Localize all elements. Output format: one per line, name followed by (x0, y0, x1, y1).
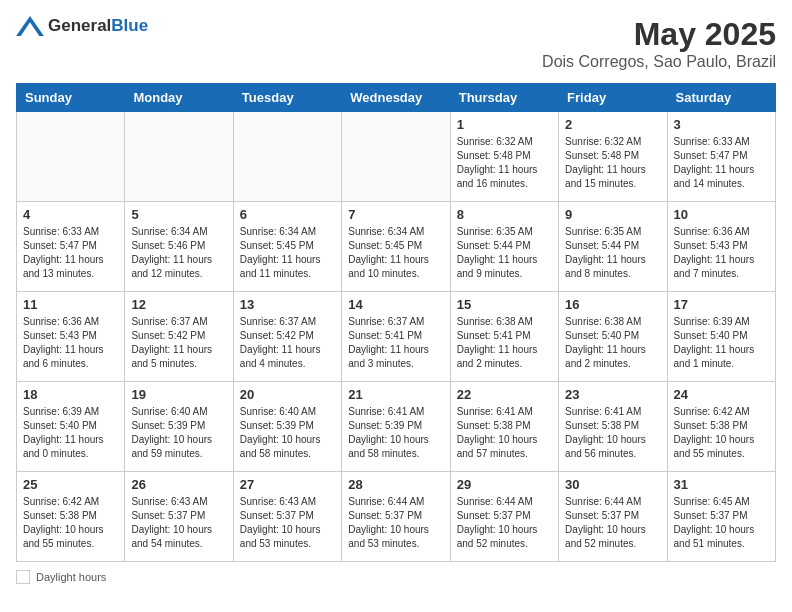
day-cell-11: 11Sunrise: 6:36 AMSunset: 5:43 PMDayligh… (17, 292, 125, 382)
day-info: Sunrise: 6:37 AMSunset: 5:42 PMDaylight:… (131, 315, 226, 371)
day-cell-10: 10Sunrise: 6:36 AMSunset: 5:43 PMDayligh… (667, 202, 775, 292)
day-cell-26: 26Sunrise: 6:43 AMSunset: 5:37 PMDayligh… (125, 472, 233, 562)
day-cell-9: 9Sunrise: 6:35 AMSunset: 5:44 PMDaylight… (559, 202, 667, 292)
day-cell-25: 25Sunrise: 6:42 AMSunset: 5:38 PMDayligh… (17, 472, 125, 562)
col-header-sunday: Sunday (17, 84, 125, 112)
day-info: Sunrise: 6:36 AMSunset: 5:43 PMDaylight:… (674, 225, 769, 281)
day-number: 15 (457, 297, 552, 312)
day-number: 20 (240, 387, 335, 402)
day-cell-12: 12Sunrise: 6:37 AMSunset: 5:42 PMDayligh… (125, 292, 233, 382)
day-number: 4 (23, 207, 118, 222)
day-cell-2: 2Sunrise: 6:32 AMSunset: 5:48 PMDaylight… (559, 112, 667, 202)
day-cell-23: 23Sunrise: 6:41 AMSunset: 5:38 PMDayligh… (559, 382, 667, 472)
day-number: 26 (131, 477, 226, 492)
day-cell-5: 5Sunrise: 6:34 AMSunset: 5:46 PMDaylight… (125, 202, 233, 292)
day-info: Sunrise: 6:37 AMSunset: 5:42 PMDaylight:… (240, 315, 335, 371)
logo-icon (16, 16, 44, 36)
day-number: 9 (565, 207, 660, 222)
day-number: 13 (240, 297, 335, 312)
day-cell-8: 8Sunrise: 6:35 AMSunset: 5:44 PMDaylight… (450, 202, 558, 292)
day-number: 6 (240, 207, 335, 222)
day-number: 22 (457, 387, 552, 402)
day-cell-29: 29Sunrise: 6:44 AMSunset: 5:37 PMDayligh… (450, 472, 558, 562)
day-cell-22: 22Sunrise: 6:41 AMSunset: 5:38 PMDayligh… (450, 382, 558, 472)
logo: GeneralBlue (16, 16, 148, 36)
day-cell-28: 28Sunrise: 6:44 AMSunset: 5:37 PMDayligh… (342, 472, 450, 562)
day-cell-16: 16Sunrise: 6:38 AMSunset: 5:40 PMDayligh… (559, 292, 667, 382)
main-title: May 2025 (542, 16, 776, 53)
day-number: 23 (565, 387, 660, 402)
day-info: Sunrise: 6:44 AMSunset: 5:37 PMDaylight:… (457, 495, 552, 551)
footer-box (16, 570, 30, 584)
empty-cell (125, 112, 233, 202)
day-info: Sunrise: 6:45 AMSunset: 5:37 PMDaylight:… (674, 495, 769, 551)
day-info: Sunrise: 6:33 AMSunset: 5:47 PMDaylight:… (23, 225, 118, 281)
day-number: 8 (457, 207, 552, 222)
empty-cell (233, 112, 341, 202)
day-info: Sunrise: 6:34 AMSunset: 5:45 PMDaylight:… (348, 225, 443, 281)
day-number: 5 (131, 207, 226, 222)
day-number: 25 (23, 477, 118, 492)
day-cell-4: 4Sunrise: 6:33 AMSunset: 5:47 PMDaylight… (17, 202, 125, 292)
day-info: Sunrise: 6:37 AMSunset: 5:41 PMDaylight:… (348, 315, 443, 371)
day-cell-1: 1Sunrise: 6:32 AMSunset: 5:48 PMDaylight… (450, 112, 558, 202)
col-header-wednesday: Wednesday (342, 84, 450, 112)
day-info: Sunrise: 6:39 AMSunset: 5:40 PMDaylight:… (23, 405, 118, 461)
day-number: 14 (348, 297, 443, 312)
day-info: Sunrise: 6:40 AMSunset: 5:39 PMDaylight:… (131, 405, 226, 461)
week-row-1: 1Sunrise: 6:32 AMSunset: 5:48 PMDaylight… (17, 112, 776, 202)
day-info: Sunrise: 6:34 AMSunset: 5:45 PMDaylight:… (240, 225, 335, 281)
title-block: May 2025 Dois Corregos, Sao Paulo, Brazi… (542, 16, 776, 71)
day-info: Sunrise: 6:40 AMSunset: 5:39 PMDaylight:… (240, 405, 335, 461)
day-info: Sunrise: 6:35 AMSunset: 5:44 PMDaylight:… (457, 225, 552, 281)
col-header-thursday: Thursday (450, 84, 558, 112)
calendar-table: SundayMondayTuesdayWednesdayThursdayFrid… (16, 83, 776, 562)
day-number: 3 (674, 117, 769, 132)
day-cell-18: 18Sunrise: 6:39 AMSunset: 5:40 PMDayligh… (17, 382, 125, 472)
day-info: Sunrise: 6:42 AMSunset: 5:38 PMDaylight:… (674, 405, 769, 461)
day-number: 31 (674, 477, 769, 492)
day-cell-20: 20Sunrise: 6:40 AMSunset: 5:39 PMDayligh… (233, 382, 341, 472)
day-cell-21: 21Sunrise: 6:41 AMSunset: 5:39 PMDayligh… (342, 382, 450, 472)
day-cell-3: 3Sunrise: 6:33 AMSunset: 5:47 PMDaylight… (667, 112, 775, 202)
week-row-4: 18Sunrise: 6:39 AMSunset: 5:40 PMDayligh… (17, 382, 776, 472)
day-cell-24: 24Sunrise: 6:42 AMSunset: 5:38 PMDayligh… (667, 382, 775, 472)
footer-label: Daylight hours (36, 571, 106, 583)
day-number: 21 (348, 387, 443, 402)
day-cell-6: 6Sunrise: 6:34 AMSunset: 5:45 PMDaylight… (233, 202, 341, 292)
day-number: 30 (565, 477, 660, 492)
day-number: 2 (565, 117, 660, 132)
day-number: 11 (23, 297, 118, 312)
day-info: Sunrise: 6:32 AMSunset: 5:48 PMDaylight:… (457, 135, 552, 191)
day-info: Sunrise: 6:43 AMSunset: 5:37 PMDaylight:… (131, 495, 226, 551)
day-number: 7 (348, 207, 443, 222)
day-info: Sunrise: 6:34 AMSunset: 5:46 PMDaylight:… (131, 225, 226, 281)
week-row-3: 11Sunrise: 6:36 AMSunset: 5:43 PMDayligh… (17, 292, 776, 382)
day-cell-7: 7Sunrise: 6:34 AMSunset: 5:45 PMDaylight… (342, 202, 450, 292)
day-info: Sunrise: 6:38 AMSunset: 5:40 PMDaylight:… (565, 315, 660, 371)
day-cell-13: 13Sunrise: 6:37 AMSunset: 5:42 PMDayligh… (233, 292, 341, 382)
col-header-friday: Friday (559, 84, 667, 112)
day-info: Sunrise: 6:33 AMSunset: 5:47 PMDaylight:… (674, 135, 769, 191)
calendar-header-row: SundayMondayTuesdayWednesdayThursdayFrid… (17, 84, 776, 112)
week-row-5: 25Sunrise: 6:42 AMSunset: 5:38 PMDayligh… (17, 472, 776, 562)
empty-cell (342, 112, 450, 202)
logo-general: General (48, 16, 111, 35)
day-cell-27: 27Sunrise: 6:43 AMSunset: 5:37 PMDayligh… (233, 472, 341, 562)
day-number: 19 (131, 387, 226, 402)
day-number: 17 (674, 297, 769, 312)
day-info: Sunrise: 6:39 AMSunset: 5:40 PMDaylight:… (674, 315, 769, 371)
day-number: 16 (565, 297, 660, 312)
day-number: 28 (348, 477, 443, 492)
day-info: Sunrise: 6:36 AMSunset: 5:43 PMDaylight:… (23, 315, 118, 371)
day-info: Sunrise: 6:42 AMSunset: 5:38 PMDaylight:… (23, 495, 118, 551)
day-info: Sunrise: 6:44 AMSunset: 5:37 PMDaylight:… (348, 495, 443, 551)
day-cell-19: 19Sunrise: 6:40 AMSunset: 5:39 PMDayligh… (125, 382, 233, 472)
day-number: 1 (457, 117, 552, 132)
page-header: GeneralBlue May 2025 Dois Corregos, Sao … (16, 16, 776, 71)
col-header-saturday: Saturday (667, 84, 775, 112)
col-header-monday: Monday (125, 84, 233, 112)
week-row-2: 4Sunrise: 6:33 AMSunset: 5:47 PMDaylight… (17, 202, 776, 292)
day-number: 10 (674, 207, 769, 222)
day-info: Sunrise: 6:35 AMSunset: 5:44 PMDaylight:… (565, 225, 660, 281)
